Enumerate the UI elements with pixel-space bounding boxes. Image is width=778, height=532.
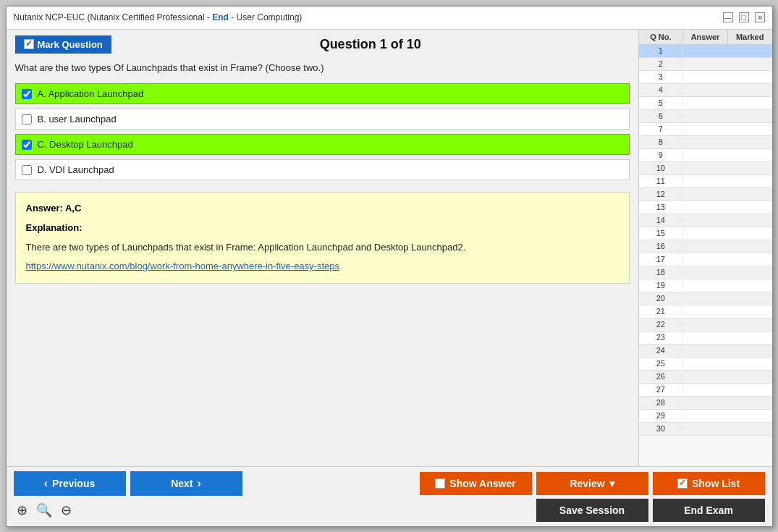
zoom-out-button[interactable]: ⊖ xyxy=(58,501,75,520)
sidebar-row[interactable]: 30 xyxy=(639,423,772,436)
option-b[interactable]: B. user Launchpad xyxy=(15,109,630,130)
sidebar-row[interactable]: 17 xyxy=(639,253,772,266)
close-button[interactable]: ✕ xyxy=(755,12,765,22)
sidebar-row[interactable]: 22 xyxy=(639,318,772,332)
sidebar-row[interactable]: 14 xyxy=(639,214,772,227)
main-window: Nutanix NCP-EUC (Nutanix Certified Profe… xyxy=(6,6,773,527)
sidebar-col-answer: Answer xyxy=(683,30,728,44)
sidebar-row[interactable]: 4 xyxy=(639,84,772,97)
bottom-row2: ⊕ 🔍 ⊖ Save Session End Exam xyxy=(14,499,765,522)
mark-question-button[interactable]: Mark Question xyxy=(15,35,111,54)
sidebar-cell-qno: 14 xyxy=(639,216,684,224)
option-d-checkbox[interactable] xyxy=(22,165,32,175)
zoom-controls: ⊕ 🔍 ⊖ xyxy=(14,501,75,520)
sidebar-row[interactable]: 11 xyxy=(639,175,772,188)
sidebar-cell-qno: 30 xyxy=(639,424,684,433)
option-a[interactable]: A. Application Launchpad xyxy=(15,83,630,104)
review-button[interactable]: Review ▾ xyxy=(536,472,648,495)
mark-checkbox-icon xyxy=(24,39,34,49)
zoom-in-button[interactable]: ⊕ xyxy=(14,501,30,520)
sidebar-row[interactable]: 6 xyxy=(639,110,772,123)
sidebar-cell-qno: 9 xyxy=(639,151,684,159)
sidebar-cell-qno: 19 xyxy=(639,281,684,290)
sidebar-cell-qno: 10 xyxy=(639,164,684,172)
sidebar-cell-qno: 20 xyxy=(639,294,684,303)
sidebar-row[interactable]: 25 xyxy=(639,358,772,371)
sidebar-row[interactable]: 13 xyxy=(639,201,772,214)
sidebar-row[interactable]: 2 xyxy=(639,58,772,71)
previous-arrow-icon: ‹ xyxy=(44,477,48,490)
sidebar-row[interactable]: 27 xyxy=(639,384,772,397)
option-c-checkbox[interactable] xyxy=(22,140,32,150)
show-list-button[interactable]: Show List xyxy=(653,472,765,495)
sidebar-cell-qno: 1 xyxy=(639,46,684,55)
sidebar-row[interactable]: 20 xyxy=(639,292,772,305)
sidebar-row[interactable]: 9 xyxy=(639,149,772,162)
content-area: Mark Question Question 1 of 10 What are … xyxy=(7,30,772,466)
sidebar-cell-qno: 13 xyxy=(639,203,684,211)
next-arrow-icon: › xyxy=(198,477,201,490)
sidebar-cell-qno: 22 xyxy=(639,320,684,329)
next-button[interactable]: Next › xyxy=(130,471,242,496)
title-bar: Nutanix NCP-EUC (Nutanix Certified Profe… xyxy=(7,7,772,30)
sidebar-row[interactable]: 15 xyxy=(639,227,772,240)
sidebar-cell-qno: 5 xyxy=(639,98,684,107)
zoom-reset-button[interactable]: 🔍 xyxy=(33,501,55,520)
option-d[interactable]: D. VDI Launchpad xyxy=(15,159,630,180)
sidebar-row[interactable]: 1 xyxy=(639,45,772,58)
sidebar-row[interactable]: 12 xyxy=(639,188,772,201)
sidebar-row[interactable]: 24 xyxy=(639,345,772,358)
question-header: Question 1 of 10 xyxy=(111,37,630,52)
sidebar-row[interactable]: 3 xyxy=(639,71,772,84)
sidebar-row[interactable]: 26 xyxy=(639,371,772,384)
sidebar-row[interactable]: 7 xyxy=(639,123,772,136)
sidebar-list[interactable]: 1 2 3 4 5 6 7 8 xyxy=(639,45,772,466)
sidebar: Q No. Answer Marked 1 2 3 4 5 6 xyxy=(638,30,772,466)
explanation-title: Explanation: xyxy=(26,221,619,236)
end-exam-button[interactable]: End Exam xyxy=(653,499,765,522)
review-dropdown-icon: ▾ xyxy=(609,478,614,489)
sidebar-cell-qno: 29 xyxy=(639,411,684,420)
option-c[interactable]: C. Desktop Launchpad xyxy=(15,134,630,155)
minimize-button[interactable]: — xyxy=(723,12,733,22)
sidebar-cell-qno: 3 xyxy=(639,72,684,81)
sidebar-cell-qno: 21 xyxy=(639,307,684,316)
sidebar-row[interactable]: 23 xyxy=(639,332,772,345)
sidebar-row[interactable]: 5 xyxy=(639,97,772,110)
sidebar-col-qno: Q No. xyxy=(639,30,684,44)
explanation-link[interactable]: https://www.nutanix.com/blog/work-from-h… xyxy=(26,261,340,271)
explanation-text: There are two types of Launchpads that e… xyxy=(26,240,619,256)
sidebar-cell-qno: 7 xyxy=(639,124,684,133)
option-a-label: A. Application Launchpad xyxy=(38,88,144,99)
main-panel: Mark Question Question 1 of 10 What are … xyxy=(7,30,638,466)
toolbar: Mark Question Question 1 of 10 xyxy=(15,35,630,54)
sidebar-cell-qno: 12 xyxy=(639,190,684,198)
show-answer-button[interactable]: Show Answer xyxy=(420,472,532,495)
sidebar-cell-qno: 25 xyxy=(639,359,684,368)
sidebar-row[interactable]: 29 xyxy=(639,410,772,423)
sidebar-row[interactable]: 19 xyxy=(639,279,772,292)
show-answer-icon xyxy=(435,478,445,489)
window-title: Nutanix NCP-EUC (Nutanix Certified Profe… xyxy=(14,12,303,22)
sidebar-cell-qno: 28 xyxy=(639,398,684,407)
sidebar-row[interactable]: 18 xyxy=(639,266,772,279)
save-session-button[interactable]: Save Session xyxy=(536,499,648,522)
sidebar-row[interactable]: 21 xyxy=(639,305,772,318)
sidebar-cell-qno: 23 xyxy=(639,333,684,342)
previous-button[interactable]: ‹ Previous xyxy=(14,471,126,496)
option-b-checkbox[interactable] xyxy=(22,114,32,124)
sidebar-row[interactable]: 8 xyxy=(639,136,772,149)
sidebar-row[interactable]: 16 xyxy=(639,240,772,253)
sidebar-row[interactable]: 28 xyxy=(639,397,772,410)
sidebar-cell-qno: 4 xyxy=(639,85,684,94)
maximize-button[interactable]: ☐ xyxy=(739,12,749,22)
sidebar-cell-qno: 27 xyxy=(639,385,684,394)
option-b-label: B. user Launchpad xyxy=(38,114,117,124)
sidebar-cell-qno: 18 xyxy=(639,268,684,276)
sidebar-cell-qno: 16 xyxy=(639,242,684,250)
sidebar-col-marked: Marked xyxy=(728,30,772,44)
sidebar-cell-qno: 2 xyxy=(639,59,684,68)
sidebar-row[interactable]: 10 xyxy=(639,162,772,175)
sidebar-cell-qno: 17 xyxy=(639,255,684,263)
option-a-checkbox[interactable] xyxy=(22,89,32,99)
